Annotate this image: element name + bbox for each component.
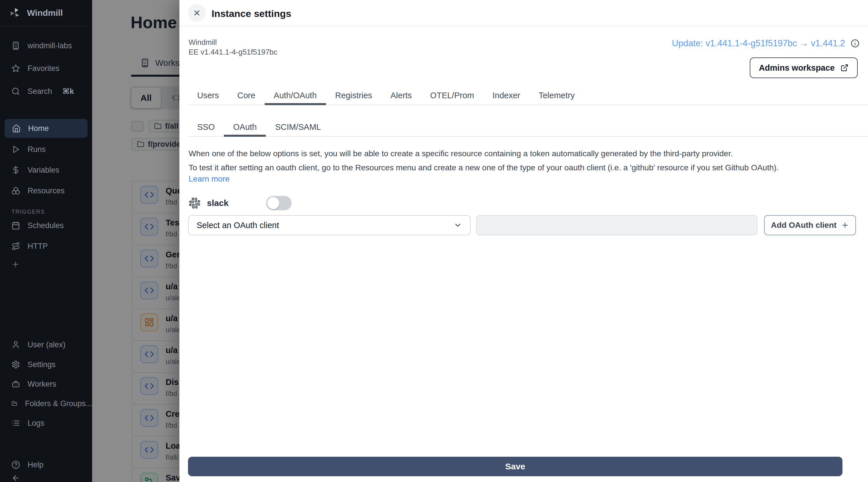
sidebar-item-label: Search [28, 87, 52, 96]
info-icon[interactable] [851, 39, 859, 48]
sidebar-item-label: Runs [28, 145, 45, 154]
dollar-icon [11, 166, 20, 174]
sidebar-item-folders-groups[interactable]: Folders & Groups... [0, 397, 92, 410]
tab-auth-oauth[interactable]: Auth/OAuth [265, 86, 326, 105]
sidebar-item-schedules[interactable]: Schedules [0, 219, 92, 232]
search-icon [11, 87, 20, 96]
sidebar-item-label: User (alex) [28, 340, 65, 349]
sidebar-item-label: Settings [28, 360, 56, 369]
sidebar-item-search[interactable]: Search ⌘k [0, 84, 92, 98]
calendar-icon [11, 221, 20, 230]
folder-open-icon [11, 399, 18, 408]
gear-icon [11, 360, 20, 369]
chevron-down-icon [454, 221, 462, 229]
oauth-description-line1: When one of the below options is set, yo… [189, 146, 857, 161]
slack-icon [189, 197, 200, 209]
sidebar-item-home[interactable]: Home [5, 119, 88, 138]
sidebar-item-label: Variables [28, 166, 59, 175]
oauth-description: When one of the below options is set, yo… [189, 146, 857, 175]
sidebar-item-label: Workers [28, 380, 56, 389]
subtab-scim-saml[interactable]: SCIM/SAML [266, 118, 330, 136]
search-shortcut: ⌘k [63, 87, 74, 96]
sidebar-item-label: windmill-labs [28, 41, 72, 50]
drawer-title: Instance settings [212, 8, 291, 19]
tab-alerts[interactable]: Alerts [381, 86, 421, 105]
triggers-section-label: TRIGGERS [11, 208, 45, 215]
sidebar-item-workers[interactable]: Workers [0, 377, 92, 391]
list-icon [11, 419, 20, 427]
slack-provider-row: slack [189, 195, 228, 211]
user-icon [11, 340, 20, 349]
admins-workspace-label: Admins workspace [759, 63, 835, 73]
logo-row[interactable]: Windmill [0, 0, 92, 26]
subtab-oauth[interactable]: OAuth [224, 118, 266, 136]
sidebar-item-favorites[interactable]: Favorites [0, 61, 92, 75]
sidebar: Windmill windmill-labs Favorites Search … [0, 0, 92, 482]
instance-app-name: Windmill [189, 37, 277, 47]
learn-more-link[interactable]: Learn more [189, 174, 229, 183]
building-icon [11, 41, 20, 50]
auth-subtabs: SSO OAuth SCIM/SAML [188, 118, 868, 137]
oauth-client-select-value: Select an OAuth client [197, 221, 279, 230]
close-icon [193, 9, 201, 17]
tab-otel-prom[interactable]: OTEL/Prom [421, 86, 484, 105]
sidebar-item-logs[interactable]: Logs [0, 416, 92, 430]
sidebar-item-label: Schedules [28, 221, 64, 230]
route-icon [11, 242, 20, 251]
sidebar-item-runs[interactable]: Runs [0, 142, 92, 156]
save-button[interactable]: Save [188, 457, 842, 476]
star-icon [11, 64, 20, 73]
sidebar-item-label: Home [28, 124, 49, 133]
sidebar-item-label: Help [28, 460, 43, 470]
update-link[interactable]: Update: v1.441.1-4-g51f5197bc → v1.441.2 [672, 38, 845, 49]
sidebar-item-user[interactable]: User (alex) [0, 338, 92, 351]
admins-workspace-button[interactable]: Admins workspace [750, 57, 858, 78]
tab-indexer[interactable]: Indexer [484, 86, 530, 105]
save-label: Save [505, 462, 525, 471]
collapse-sidebar-button[interactable] [0, 471, 92, 482]
add-trigger-button[interactable] [0, 257, 92, 271]
app-name: Windmill [27, 8, 63, 18]
sidebar-item-label: Favorites [28, 64, 59, 73]
home-icon [12, 124, 21, 133]
sidebar-item-label: HTTP [28, 242, 48, 251]
instance-meta: Windmill EE v1.441.1-4-g51f5197bc [189, 37, 277, 57]
tab-registries[interactable]: Registries [326, 86, 381, 105]
arrow-left-icon [11, 474, 20, 482]
tab-users[interactable]: Users [188, 86, 228, 105]
header-divider [179, 26, 868, 26]
tab-telemetry[interactable]: Telemetry [529, 86, 584, 105]
instance-settings-drawer: Instance settings Windmill EE v1.441.1-4… [179, 0, 868, 482]
sidebar-item-settings[interactable]: Settings [0, 358, 92, 371]
sidebar-item-variables[interactable]: Variables [0, 163, 92, 177]
settings-tabs: Users Core Auth/OAuth Registries Alerts … [188, 86, 868, 105]
windmill-logo-icon [9, 7, 21, 19]
worker-box-icon [11, 380, 20, 388]
sidebar-item-help[interactable]: Help [0, 458, 92, 472]
oauth-description-line2: To test it after setting an oauth client… [189, 161, 857, 175]
plus-icon [841, 221, 849, 229]
sidebar-item-workspace[interactable]: windmill-labs [0, 39, 92, 53]
toggle-knob [267, 197, 279, 209]
external-link-icon [840, 64, 848, 72]
boxes-icon [11, 187, 20, 195]
plus-icon [11, 260, 20, 268]
sidebar-item-resources[interactable]: Resources [0, 184, 92, 198]
tab-core[interactable]: Core [228, 86, 265, 105]
add-oauth-client-button[interactable]: Add OAuth client [764, 215, 856, 235]
sidebar-item-label: Logs [28, 419, 44, 428]
sidebar-item-http[interactable]: HTTP [0, 239, 92, 253]
oauth-client-secret-input[interactable] [476, 215, 757, 235]
slack-enable-toggle[interactable] [266, 196, 291, 210]
sidebar-item-label: Resources [28, 187, 65, 195]
play-icon [11, 145, 20, 154]
provider-name: slack [207, 198, 228, 208]
oauth-client-select[interactable]: Select an OAuth client [188, 215, 471, 235]
sidebar-item-label: Folders & Groups... [25, 399, 92, 408]
instance-version: EE v1.441.1-4-g51f5197bc [189, 47, 277, 57]
add-oauth-client-label: Add OAuth client [771, 221, 837, 230]
help-circle-icon [11, 460, 20, 469]
update-row: Update: v1.441.1-4-g51f5197bc → v1.441.2 [672, 38, 859, 49]
close-button[interactable] [188, 4, 206, 22]
subtab-sso[interactable]: SSO [188, 118, 224, 136]
